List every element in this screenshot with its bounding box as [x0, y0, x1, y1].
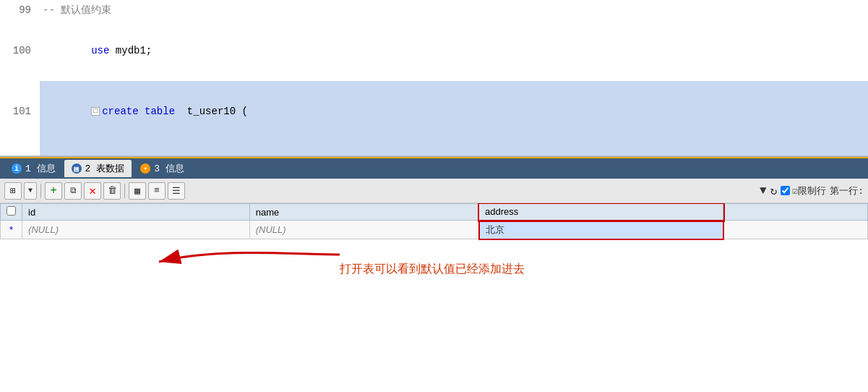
- data-table-wrapper: id name address * (NULL): [0, 203, 868, 240]
- tab-info3[interactable]: ▪ 3 信息: [133, 160, 192, 177]
- line-number-101: 101: [0, 101, 40, 122]
- filter-icon[interactable]: ▼: [760, 184, 767, 197]
- toolbar-right: ▼ ↻ ☑限制行 第一行:: [760, 184, 864, 198]
- code-editor: 99 -- 默认值约束 100 use mydb1; 101 □create t…: [0, 0, 868, 155]
- line-content-101: □create table t_user10 (: [40, 81, 868, 142]
- filter-dropdown-button[interactable]: ▼: [24, 182, 37, 200]
- info1-icon: i: [12, 163, 22, 174]
- toolbar-sep2: [124, 184, 125, 198]
- th-address: address: [479, 204, 723, 221]
- collapse-marker[interactable]: □: [91, 107, 100, 116]
- th-checkbox: [1, 204, 22, 221]
- td-marker: *: [1, 221, 22, 239]
- grid-button[interactable]: ⊞: [4, 182, 22, 200]
- data-table: id name address * (NULL): [0, 203, 868, 240]
- td-id[interactable]: (NULL): [22, 221, 250, 239]
- grid2-button[interactable]: ▦: [129, 182, 146, 200]
- code-line-100: 100 use mydb1;: [0, 20, 868, 81]
- line-content-102: id int ,: [40, 142, 868, 155]
- code-line-99: 99 -- 默认值约束: [0, 0, 868, 20]
- trash-button[interactable]: 🗑: [103, 182, 121, 200]
- line-content-99: -- 默认值约束: [40, 0, 868, 20]
- line-number-100: 100: [0, 41, 40, 61]
- info3-icon: ▪: [140, 163, 150, 174]
- th-name: name: [249, 204, 478, 221]
- annotation-area: 打开表可以看到默认值已经添加进去: [0, 240, 868, 327]
- th-id: id: [22, 204, 250, 221]
- code-line-101: 101 □create table t_user10 (: [0, 81, 868, 142]
- address-value: 北京: [486, 224, 504, 235]
- table-row: * (NULL) (NULL) 北京: [1, 221, 868, 239]
- line-content-100: use mydb1;: [40, 20, 868, 81]
- tab-table2-label: 2 表数据: [85, 162, 125, 175]
- list-button[interactable]: ≡: [148, 182, 166, 200]
- tab-info1[interactable]: i 1 信息: [4, 160, 63, 177]
- tab-table2[interactable]: ▦ 2 表数据: [64, 160, 132, 177]
- annotation-text: 打开表可以看到默认值已经添加进去: [340, 262, 525, 277]
- first-row-label: 第一行:: [830, 184, 864, 197]
- td-empty: [723, 221, 868, 239]
- duplicate-button[interactable]: ⧉: [64, 182, 82, 200]
- row-marker: *: [7, 224, 16, 235]
- refresh-icon[interactable]: ↻: [770, 184, 778, 198]
- limit-row-checkbox-label[interactable]: ☑限制行: [781, 184, 826, 197]
- td-address[interactable]: 北京: [479, 221, 723, 239]
- code-line-102: 102 id int ,: [0, 142, 868, 155]
- annotation-arrow: [145, 240, 347, 298]
- line-number-99: 99: [0, 0, 40, 20]
- td-name[interactable]: (NULL): [249, 221, 478, 239]
- limit-row-checkbox[interactable]: [781, 186, 790, 195]
- bottom-panel: i 1 信息 ▦ 2 表数据 ▪ 3 信息 ⊞ ▼ + ⧉ ✕ 🗑 ▦ ≡ ☰ …: [0, 155, 868, 392]
- toolbar: ⊞ ▼ + ⧉ ✕ 🗑 ▦ ≡ ☰ ▼ ↻ ☑限制行 第一行:: [0, 179, 868, 203]
- code-lines: 99 -- 默认值约束 100 use mydb1; 101 □create t…: [0, 0, 868, 155]
- table-annotation-area: id name address * (NULL): [0, 203, 868, 392]
- tab-info3-label: 3 信息: [154, 162, 184, 175]
- list2-button[interactable]: ☰: [168, 182, 185, 200]
- select-all-checkbox[interactable]: [7, 206, 16, 216]
- name-value: (NULL): [256, 224, 286, 235]
- delete-button[interactable]: ✕: [84, 182, 101, 200]
- add-row-button[interactable]: +: [45, 182, 62, 200]
- th-empty: [723, 204, 868, 221]
- table2-icon: ▦: [72, 163, 82, 174]
- id-value: (NULL): [28, 224, 59, 235]
- limit-row-label: ☑限制行: [792, 184, 826, 197]
- table-header-row: id name address: [1, 204, 868, 221]
- toolbar-sep1: [40, 184, 41, 198]
- tab-bar: i 1 信息 ▦ 2 表数据 ▪ 3 信息: [0, 157, 868, 179]
- toolbar-left: ⊞ ▼ + ⧉ ✕ 🗑 ▦ ≡ ☰: [4, 182, 185, 200]
- tab-info1-label: 1 信息: [25, 162, 56, 175]
